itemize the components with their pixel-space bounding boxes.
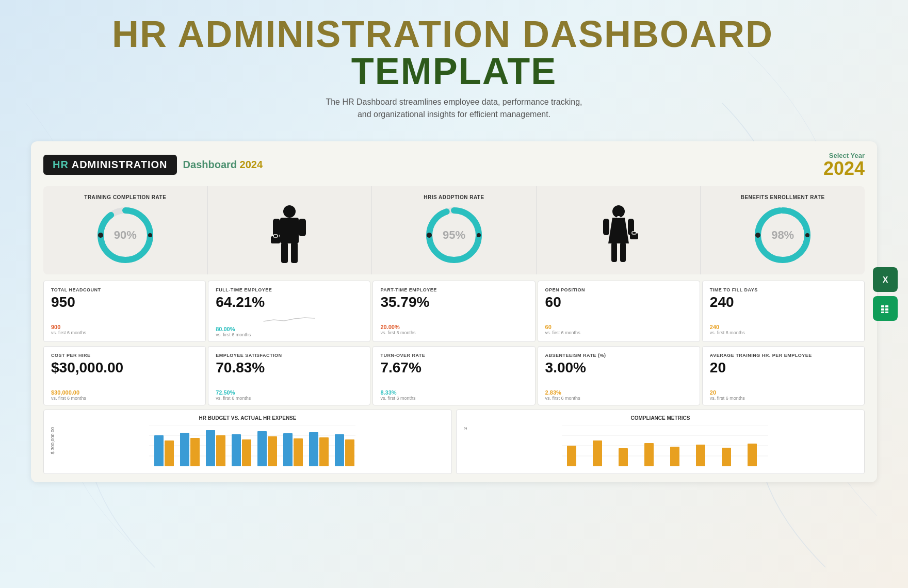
kpi-top-row: TRAINING COMPLETION RATE 90% PLACEHOLDER (43, 186, 865, 274)
header-section: HR ADMINISTRATION DASHBOARD TEMPLATE The… (0, 0, 908, 131)
kpi-training: TRAINING COMPLETION RATE 90% (43, 186, 208, 274)
svg-rect-40 (216, 435, 225, 466)
metric-parttime: PART-TIME EMPLOYEE 35.79% 20.00% vs. fir… (372, 281, 535, 342)
metrics-row-1: TOTAL HEADCOUNT 950 900 vs. first 6 mont… (43, 281, 865, 342)
dash-header: HR ADMINISTRATION Dashboard 2024 Select … (43, 152, 865, 178)
svg-rect-24 (611, 242, 617, 262)
turnover-prev-label: vs. first 6 months (380, 396, 527, 401)
turnover-prev: 8.33% (380, 389, 527, 396)
svg-rect-20 (603, 219, 609, 235)
satisfaction-label: EMPLOYEE SATISFACTION (216, 353, 363, 358)
fulltime-sparkline (216, 314, 363, 324)
title-hr: HR ADMINISTRATION DASHBOARD (112, 13, 773, 55)
satisfaction-prev-label: vs. first 6 months (216, 396, 363, 401)
metric-headcount: TOTAL HEADCOUNT 950 900 vs. first 6 mont… (43, 281, 206, 342)
training-value: 90% (114, 228, 137, 242)
svg-rect-49 (335, 434, 344, 466)
turnover-value: 7.67% (380, 360, 527, 376)
metric-avgtraining: AVERAGE TRAINING HR. PER EMPLOYEE 20 20 … (702, 346, 865, 405)
svg-rect-7 (273, 219, 280, 236)
svg-rect-68 (885, 305, 888, 307)
headcount-prev: 900 (51, 324, 198, 330)
hris-donut: 95% (423, 204, 485, 266)
kpi-training-label: TRAINING COMPLETION RATE (84, 194, 166, 200)
svg-rect-67 (881, 305, 884, 307)
main-title: HR ADMINISTRATION DASHBOARD TEMPLATE (10, 15, 898, 90)
svg-rect-62 (722, 448, 731, 466)
costperhire-value: $30,000.00 (51, 360, 198, 376)
male-figure-icon (269, 204, 310, 266)
dash-subtitle: Dashboard 2024 (183, 159, 263, 171)
absenteeism-label: ABSENTEEISM RATE (%) (545, 353, 692, 358)
svg-rect-60 (670, 447, 679, 466)
absenteeism-prev: 2.83% (545, 389, 692, 396)
dashboard-card: HR ADMINISTRATION Dashboard 2024 Select … (31, 141, 877, 482)
select-year-block[interactable]: Select Year 2024 (823, 152, 865, 178)
svg-rect-35 (154, 435, 164, 466)
svg-rect-37 (180, 433, 189, 466)
svg-rect-47 (309, 432, 318, 466)
benefits-donut: 98% (752, 204, 814, 266)
svg-rect-12 (291, 242, 298, 263)
metric-openposition: OPEN POSITION 60 60 vs. first 6 months (538, 281, 700, 342)
headcount-prev-label: vs. first 6 months (51, 330, 198, 335)
openposition-value: 60 (545, 295, 692, 311)
metric-turnover: TURN-OVER RATE 7.67% 8.33% vs. first 6 m… (372, 346, 535, 405)
svg-rect-72 (885, 312, 888, 313)
svg-rect-58 (619, 448, 628, 466)
budget-chart-card: HR BUDGET VS. ACTUAL HR EXPENSE $ 300,00… (43, 410, 452, 474)
kpi-female-figure: PLACEHOLDER (537, 186, 701, 274)
svg-rect-25 (620, 242, 626, 262)
excel-icon[interactable]: X (873, 267, 898, 292)
absenteeism-value: 3.00% (545, 360, 692, 376)
svg-rect-43 (257, 431, 267, 466)
sheets-icon[interactable] (873, 296, 898, 321)
svg-rect-61 (696, 445, 705, 466)
benefits-value: 98% (771, 228, 794, 242)
svg-rect-69 (881, 308, 884, 311)
metric-costperhire: COST PER HIRE $30,000.00 $30,000.00 vs. … (43, 346, 206, 405)
budget-chart-title: HR BUDGET VS. ACTUAL HR EXPENSE (50, 415, 445, 421)
kpi-male-figure: PLACEHOLDER (208, 186, 372, 274)
select-year-value: 2024 (823, 159, 865, 178)
budget-chart-svg (59, 425, 445, 466)
metric-fulltime: FULL-TIME EMPLOYEE 64.21% 80.00% vs. fir… (208, 281, 370, 342)
avgtraining-prev-label: vs. first 6 months (710, 396, 857, 401)
kpi-benefits: BENEFITS ENROLLMENT RATE 98% (701, 186, 865, 274)
svg-point-16 (477, 233, 481, 237)
title-hr-part: HR (53, 159, 69, 170)
svg-rect-71 (881, 312, 884, 313)
timetofill-value: 240 (710, 295, 857, 311)
fulltime-prev-label: vs. first 6 months (216, 332, 363, 337)
avgtraining-prev: 20 (710, 389, 857, 396)
subtitle: The HR Dashboard streamlines employee da… (10, 96, 898, 121)
svg-marker-19 (608, 218, 629, 243)
metrics-row-2: COST PER HIRE $30,000.00 $30,000.00 vs. … (43, 346, 865, 405)
parttime-value: 35.79% (380, 295, 527, 311)
kpi-hris-label: HRIS ADOPTION RATE (424, 194, 484, 200)
svg-point-15 (427, 233, 432, 238)
turnover-label: TURN-OVER RATE (380, 353, 527, 358)
dash-subtitle-text: Dashboard (183, 159, 240, 170)
costperhire-prev-label: vs. first 6 months (51, 396, 198, 401)
kpi-benefits-label: BENEFITS ENROLLMENT RATE (741, 194, 825, 200)
training-donut: 90% (94, 204, 156, 266)
svg-rect-36 (165, 440, 174, 466)
page-wrapper: HR ADMINISTRATION DASHBOARD TEMPLATE The… (0, 0, 908, 588)
openposition-prev-label: vs. first 6 months (545, 330, 692, 335)
title-admin-part: ADMINISTRATION (72, 159, 168, 170)
svg-rect-46 (294, 438, 303, 466)
headcount-value: 950 (51, 295, 198, 311)
parttime-prev-label: vs. first 6 months (380, 330, 527, 335)
svg-rect-50 (345, 439, 354, 466)
compliance-chart-svg (472, 425, 858, 466)
svg-rect-42 (242, 439, 251, 466)
avgtraining-value: 20 (710, 360, 857, 376)
svg-rect-10 (273, 235, 278, 237)
svg-rect-45 (283, 433, 293, 466)
headcount-label: TOTAL HEADCOUNT (51, 287, 198, 292)
fulltime-label: FULL-TIME EMPLOYEE (216, 287, 363, 292)
fulltime-prev: 80.00% (216, 326, 363, 332)
satisfaction-value: 70.83% (216, 360, 363, 376)
metric-absenteeism: ABSENTEEISM RATE (%) 3.00% 2.83% vs. fir… (538, 346, 700, 405)
